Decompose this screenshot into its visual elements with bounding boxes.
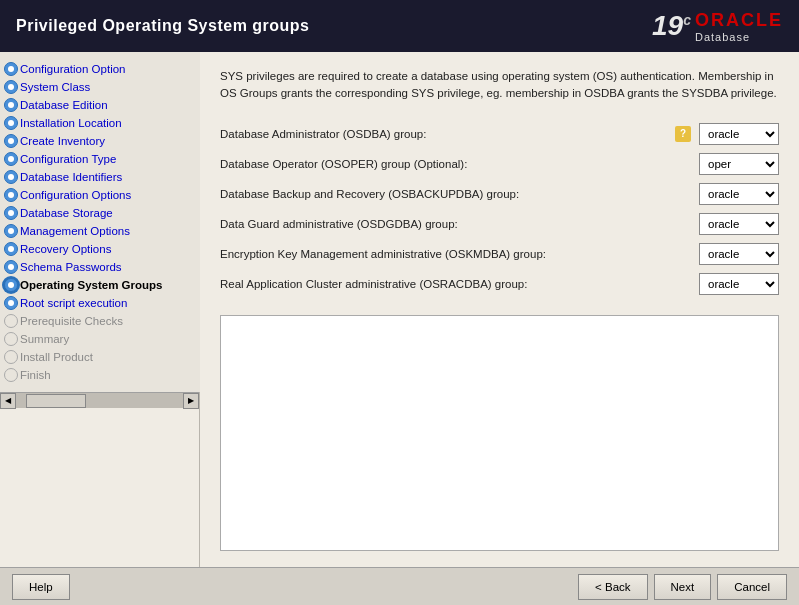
sidebar-label-configuration-type: Configuration Type [20, 153, 116, 165]
next-button[interactable]: Next [654, 574, 712, 600]
form-label-osdba: Database Administrator (OSDBA) group: [220, 128, 675, 140]
sidebar-item-configuration-option[interactable]: Configuration Option [0, 60, 200, 78]
step-indicator-configuration-option [4, 62, 18, 76]
form-control-osracdba: oracleracdbadba [699, 273, 779, 295]
step-indicator-system-class [4, 80, 18, 94]
svg-point-0 [8, 66, 14, 72]
sidebar-label-system-class: System Class [20, 81, 90, 93]
page-title: Privileged Operating System groups [16, 17, 310, 35]
svg-point-3 [8, 120, 14, 126]
form-row-osoper: Database Operator (OSOPER) group (Option… [220, 153, 779, 175]
sidebar-item-schema-passwords[interactable]: Schema Passwords [0, 258, 200, 276]
sidebar-item-database-edition[interactable]: Database Edition [0, 96, 200, 114]
dropdown-osbackupdba[interactable]: oracledbabackupdba [699, 183, 779, 205]
sidebar-label-finish: Finish [20, 369, 51, 381]
step-indicator-configuration-type [4, 152, 18, 166]
content-area: SYS privileges are required to create a … [200, 52, 799, 567]
content-description: SYS privileges are required to create a … [220, 68, 779, 103]
form-label-osracdba: Real Application Cluster administrative … [220, 278, 699, 290]
form-row-oskmdba: Encryption Key Management administrative… [220, 243, 779, 265]
form-row-osracdba: Real Application Cluster administrative … [220, 273, 779, 295]
sidebar-label-prerequisite-checks: Prerequisite Checks [20, 315, 123, 327]
scrollbar-thumb[interactable] [26, 394, 86, 408]
sidebar-item-create-inventory[interactable]: Create Inventory [0, 132, 200, 150]
dropdown-osoper[interactable]: operoracledba [699, 153, 779, 175]
cancel-button[interactable]: Cancel [717, 574, 787, 600]
form-label-oskmdba: Encryption Key Management administrative… [220, 248, 699, 260]
dropdown-oskmdba[interactable]: oraclekmdbadba [699, 243, 779, 265]
sidebar-label-database-storage: Database Storage [20, 207, 113, 219]
header: Privileged Operating System groups 19c O… [0, 0, 799, 52]
sidebar-item-install-product: Install Product [0, 348, 200, 366]
step-indicator-root-script-execution [4, 296, 18, 310]
sidebar-label-schema-passwords: Schema Passwords [20, 261, 122, 273]
form-control-oskmdba: oraclekmdbadba [699, 243, 779, 265]
svg-point-9 [8, 228, 14, 234]
sidebar-item-summary: Summary [0, 330, 200, 348]
version-sup: c [683, 12, 691, 28]
form-row-osdba: Database Administrator (OSDBA) group:?or… [220, 123, 779, 145]
scrollbar-track [16, 393, 183, 408]
scroll-right-button[interactable]: ▶ [183, 393, 199, 409]
sidebar-label-configuration-option: Configuration Option [20, 63, 125, 75]
sidebar-label-root-script-execution: Root script execution [20, 297, 127, 309]
sidebar-label-configuration-options: Configuration Options [20, 189, 131, 201]
help-button[interactable]: Help [12, 574, 70, 600]
sidebar-label-create-inventory: Create Inventory [20, 135, 105, 147]
step-indicator-management-options [4, 224, 18, 238]
sidebar-panel: Configuration OptionSystem ClassDatabase… [0, 52, 200, 567]
sidebar-item-system-class[interactable]: System Class [0, 78, 200, 96]
sidebar: Configuration OptionSystem ClassDatabase… [0, 52, 200, 392]
sidebar-item-configuration-type[interactable]: Configuration Type [0, 150, 200, 168]
svg-point-5 [8, 156, 14, 162]
sidebar-item-database-identifiers[interactable]: Database Identifiers [0, 168, 200, 186]
svg-point-2 [8, 102, 14, 108]
back-button[interactable]: < Back [578, 574, 647, 600]
dropdown-osracdba[interactable]: oracleracdbadba [699, 273, 779, 295]
bottom-textarea[interactable] [220, 315, 779, 552]
sidebar-item-management-options[interactable]: Management Options [0, 222, 200, 240]
oracle-logo: 19c ORACLE Database [652, 10, 783, 43]
svg-point-6 [8, 174, 14, 180]
sidebar-item-database-storage[interactable]: Database Storage [0, 204, 200, 222]
form-row-osbackupdba: Database Backup and Recovery (OSBACKUPDB… [220, 183, 779, 205]
step-indicator-operating-system-groups [4, 278, 18, 292]
form-label-osoper: Database Operator (OSOPER) group (Option… [220, 158, 699, 170]
sidebar-item-installation-location[interactable]: Installation Location [0, 114, 200, 132]
sidebar-item-operating-system-groups[interactable]: Operating System Groups [0, 276, 200, 294]
footer: Help < Back Next Cancel [0, 567, 799, 605]
step-indicator-finish [4, 368, 18, 382]
form-control-osdba: ?oracledbaoinstall [675, 123, 779, 145]
oracle-brand: ORACLE Database [695, 10, 783, 43]
dropdown-osdgdba[interactable]: oracledgdbadba [699, 213, 779, 235]
sidebar-item-root-script-execution[interactable]: Root script execution [0, 294, 200, 312]
step-indicator-create-inventory [4, 134, 18, 148]
step-indicator-database-edition [4, 98, 18, 112]
step-indicator-install-product [4, 350, 18, 364]
svg-point-11 [8, 264, 14, 270]
form-control-osdgdba: oracledgdbadba [699, 213, 779, 235]
form-control-osoper: operoracledba [699, 153, 779, 175]
svg-point-1 [8, 84, 14, 90]
dropdown-osdba[interactable]: oracledbaoinstall [699, 123, 779, 145]
scroll-left-button[interactable]: ◀ [0, 393, 16, 409]
svg-point-10 [8, 246, 14, 252]
sidebar-item-prerequisite-checks: Prerequisite Checks [0, 312, 200, 330]
svg-point-12 [8, 282, 14, 288]
sidebar-item-recovery-options[interactable]: Recovery Options [0, 240, 200, 258]
oracle-name: ORACLE [695, 10, 783, 31]
sidebar-label-management-options: Management Options [20, 225, 130, 237]
footer-right: < Back Next Cancel [578, 574, 787, 600]
step-indicator-recovery-options [4, 242, 18, 256]
version-number: 19c [652, 10, 691, 42]
form-label-osdgdba: Data Guard administrative (OSDGDBA) grou… [220, 218, 699, 230]
svg-point-13 [8, 300, 14, 306]
sidebar-label-database-identifiers: Database Identifiers [20, 171, 122, 183]
hint-icon-osdba[interactable]: ? [675, 126, 691, 142]
sidebar-label-operating-system-groups: Operating System Groups [20, 279, 163, 291]
sidebar-item-configuration-options[interactable]: Configuration Options [0, 186, 200, 204]
form-label-osbackupdba: Database Backup and Recovery (OSBACKUPDB… [220, 188, 699, 200]
step-indicator-schema-passwords [4, 260, 18, 274]
svg-point-4 [8, 138, 14, 144]
svg-point-8 [8, 210, 14, 216]
